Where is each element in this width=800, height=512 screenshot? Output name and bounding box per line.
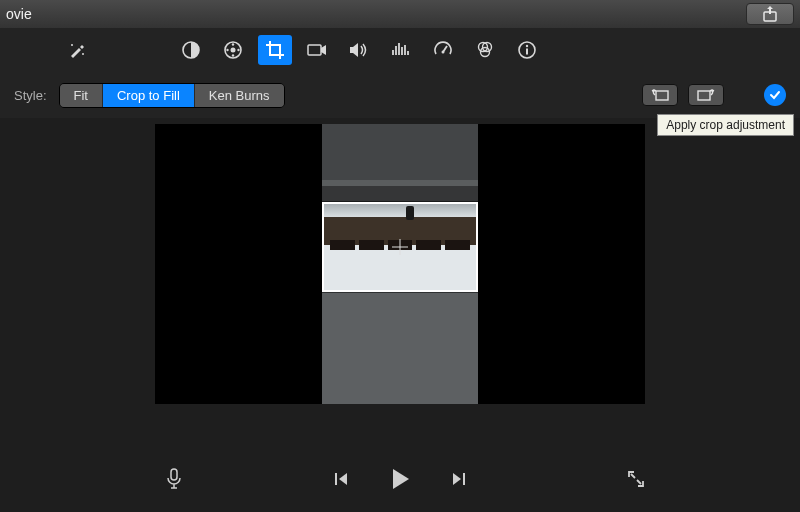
svg-rect-18 (526, 49, 528, 55)
preview-viewer[interactable] (155, 124, 645, 404)
rotate-cw-icon (696, 88, 716, 102)
svg-rect-19 (656, 91, 668, 100)
speed-button[interactable] (426, 35, 460, 65)
enhance-icon (68, 41, 86, 59)
svg-point-1 (71, 44, 73, 46)
crop-handle-bl[interactable] (322, 280, 334, 292)
color-filter-icon (475, 40, 495, 60)
crop-center-cross (392, 239, 408, 255)
rotate-ccw-button[interactable] (642, 84, 678, 106)
titlebar: ovie (0, 0, 800, 28)
figure-on-roof (406, 206, 414, 220)
svg-point-9 (226, 49, 228, 51)
noise-reduction-button[interactable] (384, 35, 418, 65)
stabilization-icon (307, 42, 327, 58)
color-correction-button[interactable] (216, 35, 250, 65)
previous-frame-icon (333, 471, 349, 487)
segment-fit[interactable]: Fit (60, 84, 103, 107)
microphone-icon (166, 468, 182, 490)
svg-rect-20 (698, 91, 710, 100)
crop-handle-tl[interactable] (322, 202, 334, 214)
rotate-cw-button[interactable] (688, 84, 724, 106)
svg-point-12 (442, 51, 445, 54)
color-balance-icon (181, 40, 201, 60)
info-button[interactable] (510, 35, 544, 65)
svg-point-8 (232, 54, 234, 56)
next-frame-button[interactable] (445, 465, 473, 493)
svg-rect-10 (308, 45, 321, 55)
adjustments-toolbar (0, 28, 800, 72)
svg-rect-21 (171, 469, 177, 480)
svg-point-2 (82, 53, 84, 55)
next-frame-icon (451, 471, 467, 487)
noise-reduction-icon (391, 41, 411, 59)
share-icon (763, 6, 777, 22)
svg-rect-22 (335, 473, 337, 485)
play-icon (387, 466, 413, 492)
enhance-button[interactable] (60, 35, 94, 65)
svg-point-17 (526, 45, 528, 47)
speed-icon (433, 40, 453, 60)
color-correction-icon (223, 40, 243, 60)
svg-point-6 (232, 43, 234, 45)
fullscreen-button[interactable] (622, 465, 650, 493)
volume-icon (349, 41, 369, 59)
rotate-ccw-icon (650, 88, 670, 102)
previous-frame-button[interactable] (327, 465, 355, 493)
color-filter-button[interactable] (468, 35, 502, 65)
crop-icon (265, 40, 285, 60)
style-segmented-control: Fit Crop to Fill Ken Burns (59, 83, 285, 108)
svg-point-5 (231, 48, 236, 53)
transport-bar (0, 456, 800, 502)
apply-button[interactable] (764, 84, 786, 106)
app-title: ovie (6, 6, 32, 22)
style-label: Style: (14, 88, 47, 103)
play-button[interactable] (383, 462, 417, 496)
svg-point-7 (237, 49, 239, 51)
crop-handle-br[interactable] (466, 280, 478, 292)
checkmark-icon (768, 88, 782, 102)
crop-style-bar: Style: Fit Crop to Fill Ken Burns Apply … (0, 72, 800, 118)
stabilization-button[interactable] (300, 35, 334, 65)
info-icon (517, 40, 537, 60)
segment-crop-to-fill[interactable]: Crop to Fill (103, 84, 195, 107)
share-button[interactable] (746, 3, 794, 25)
fullscreen-icon (627, 470, 645, 488)
svg-rect-23 (463, 473, 465, 485)
crop-button[interactable] (258, 35, 292, 65)
crop-rectangle[interactable] (322, 202, 478, 292)
segment-ken-burns[interactable]: Ken Burns (195, 84, 284, 107)
color-balance-button[interactable] (174, 35, 208, 65)
crop-handle-tr[interactable] (466, 202, 478, 214)
voiceover-button[interactable] (160, 465, 188, 493)
volume-button[interactable] (342, 35, 376, 65)
apply-tooltip: Apply crop adjustment (657, 114, 794, 136)
